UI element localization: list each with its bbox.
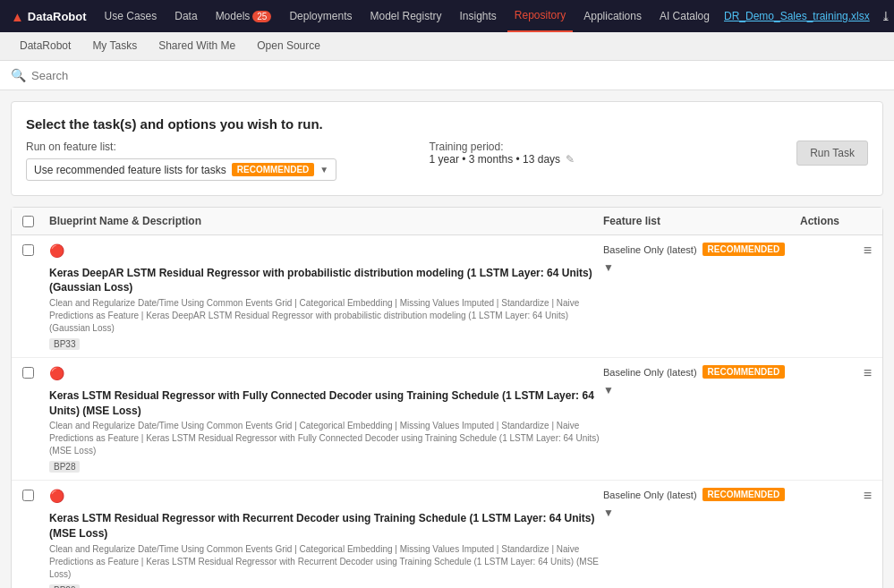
subnav-open-source[interactable]: Open Source — [248, 32, 329, 61]
subnav-my-tasks[interactable]: My Tasks — [83, 32, 146, 61]
blueprint-icon-3: 🔴 — [49, 488, 64, 506]
actions-cell-1: ≡ — [800, 243, 872, 259]
table-row: 🔴 Keras LSTM Residual Regressor with Ful… — [12, 358, 882, 481]
blueprint-pipeline-2: Clean and Regularize Date/Time Using Com… — [49, 420, 603, 457]
header-checkbox[interactable] — [22, 216, 34, 227]
actions-cell-3: ≡ — [800, 488, 872, 504]
training-period-section: Training period: 1 year • 3 months • 13 … — [430, 141, 797, 166]
nav-use-cases[interactable]: Use Cases — [98, 0, 165, 32]
row-menu-icon-2[interactable]: ≡ — [864, 365, 872, 381]
sub-nav: DataRobot My Tasks Shared With Me Open S… — [0, 32, 894, 61]
blueprint-pipeline-3: Clean and Regularize Date/Time Using Com… — [49, 543, 603, 581]
row-menu-icon-1[interactable]: ≡ — [864, 243, 872, 259]
logo-text: DataRobot — [28, 10, 87, 23]
blueprint-info-3: 🔴 Keras LSTM Residual Regressor with Rec… — [49, 488, 603, 588]
feature-list-recommended-badge: RECOMMENDED — [232, 163, 315, 176]
feature-list-selector: Use recommended feature lists for tasks … — [26, 158, 394, 181]
feature-list-chevron-3[interactable]: ▼ — [603, 507, 614, 519]
subnav-shared-with-me[interactable]: Shared With Me — [149, 32, 244, 61]
row-checkbox-2[interactable] — [22, 367, 34, 379]
nav-right: DR_Demo_Sales_training.xlsx ⤓ ● ● — [724, 7, 894, 25]
logo[interactable]: ▲ DataRobot — [11, 9, 87, 24]
header-checkbox-cell — [22, 216, 49, 227]
blueprint-table: Blueprint Name & Description Feature lis… — [11, 207, 883, 588]
feature-list-chevron-icon: ▼ — [319, 165, 328, 175]
training-period-label: Training period: — [430, 141, 797, 153]
row-menu-icon-3[interactable]: ≡ — [864, 488, 872, 504]
feature-list-cell-1: Baseline Only (latest) RECOMMENDED ▼ — [603, 243, 800, 274]
share-icon[interactable]: ⤓ — [877, 7, 894, 25]
nav-filename[interactable]: DR_Demo_Sales_training.xlsx — [724, 10, 870, 22]
table-row: 🔴 Keras DeepAR LSTM Residual Regressor w… — [12, 235, 882, 358]
feature-list-chevron-2[interactable]: ▼ — [603, 384, 614, 396]
models-badge: 25 — [252, 11, 271, 22]
row-checkbox-cell-3 — [22, 488, 49, 501]
col-blueprint-name: Blueprint Name & Description — [49, 215, 603, 227]
nav-insights[interactable]: Insights — [453, 0, 504, 32]
feature-list-cell-3: Baseline Only (latest) RECOMMENDED ▼ — [603, 488, 800, 519]
blueprint-info-2: 🔴 Keras LSTM Residual Regressor with Ful… — [49, 365, 603, 473]
task-panel-title: Select the task(s) and options you wish … — [26, 116, 868, 132]
row-checkbox-3[interactable] — [22, 490, 34, 501]
blueprint-code-1: BP33 — [49, 338, 80, 350]
feature-list-value-2: Baseline Only (latest) — [603, 367, 697, 378]
blueprint-code-3: BP29 — [49, 584, 80, 588]
nav-model-registry[interactable]: Model Registry — [362, 0, 448, 32]
blueprint-icon-1: 🔴 — [49, 243, 64, 260]
blueprint-title-2: Keras LSTM Residual Regressor with Fully… — [49, 388, 603, 419]
blueprint-info-1: 🔴 Keras DeepAR LSTM Residual Regressor w… — [49, 243, 603, 350]
blueprint-code-2: BP28 — [49, 461, 80, 473]
logo-icon: ▲ — [11, 9, 24, 24]
feature-list-value-3: Baseline Only (latest) — [603, 490, 697, 500]
col-actions: Actions — [800, 215, 872, 227]
feature-list-cell-2: Baseline Only (latest) RECOMMENDED ▼ — [603, 365, 800, 396]
blueprint-icon-2: 🔴 — [49, 365, 64, 383]
row-checkbox-cell-1 — [22, 243, 49, 256]
nav-ai-catalog[interactable]: AI Catalog — [652, 0, 717, 32]
blueprint-title-1: Keras DeepAR LSTM Residual Regressor wit… — [49, 266, 603, 296]
feature-list-chevron-1[interactable]: ▼ — [603, 261, 614, 274]
blueprint-title-3: Keras LSTM Residual Regressor with Recur… — [49, 511, 603, 541]
table-row: 🔴 Keras LSTM Residual Regressor with Rec… — [12, 481, 882, 588]
nav-applications[interactable]: Applications — [576, 0, 649, 32]
row-checkbox-cell-2 — [22, 365, 49, 379]
nav-models[interactable]: Models 25 — [209, 0, 279, 32]
search-bar: 🔍 — [0, 61, 894, 90]
feature-list-label: Run on feature list: — [26, 141, 394, 153]
search-icon: 🔍 — [11, 68, 26, 82]
feature-list-value-1: Baseline Only (latest) — [603, 244, 697, 255]
top-nav: ▲ DataRobot Use Cases Data Models 25 Dep… — [0, 0, 894, 32]
feature-list-dropdown[interactable]: Use recommended feature lists for tasks … — [26, 158, 336, 181]
main-content: Select the task(s) and options you wish … — [0, 90, 894, 588]
blueprint-pipeline-1: Clean and Regularize Date/Time Using Com… — [49, 297, 603, 335]
recommended-badge-3: RECOMMENDED — [702, 488, 786, 501]
nav-repository[interactable]: Repository — [507, 0, 573, 32]
row-checkbox-1[interactable] — [22, 244, 34, 256]
training-period-value: 1 year • 3 months • 13 days ✎ — [430, 153, 797, 166]
edit-training-period-icon[interactable]: ✎ — [566, 153, 575, 166]
search-input[interactable] — [31, 69, 166, 82]
recommended-badge-2: RECOMMENDED — [702, 365, 786, 379]
run-task-button[interactable]: Run Task — [796, 141, 868, 166]
nav-deployments[interactable]: Deployments — [282, 0, 359, 32]
recommended-badge-1: RECOMMENDED — [702, 243, 786, 256]
feature-list-section: Run on feature list: Use recommended fea… — [26, 141, 394, 181]
feature-list-dropdown-value: Use recommended feature lists for tasks — [34, 164, 226, 176]
actions-cell-2: ≡ — [800, 365, 872, 381]
nav-data[interactable]: Data — [167, 0, 204, 32]
table-header: Blueprint Name & Description Feature lis… — [12, 208, 882, 235]
task-panel: Select the task(s) and options you wish … — [11, 101, 883, 196]
subnav-datarobot[interactable]: DataRobot — [11, 32, 80, 61]
col-feature-list: Feature list — [603, 215, 800, 227]
